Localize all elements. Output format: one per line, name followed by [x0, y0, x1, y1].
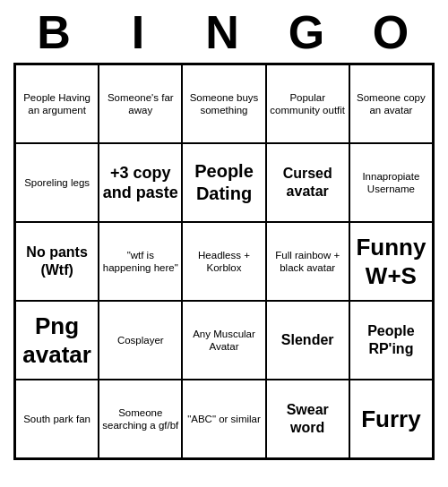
title-b: B [17, 5, 94, 59]
cell-9: Innapropiate Username [349, 143, 433, 222]
cell-14: Funny W+S [349, 222, 433, 301]
cell-12: Headless + Korblox [182, 222, 265, 301]
cell-8: Cursed avatar [266, 143, 349, 222]
title-n: N [185, 5, 263, 59]
cell-17: Any Muscular Avatar [182, 301, 265, 380]
cell-19: People RP'ing [349, 301, 433, 380]
title-o: O [354, 5, 431, 59]
cell-23: Swear word [266, 380, 349, 458]
title-i: I [101, 5, 178, 59]
cell-3: Popular community outfit [266, 64, 349, 143]
cell-22: "ABC" or similar [182, 380, 265, 458]
cell-1: Someone's far away [99, 64, 182, 143]
cell-18: Slender [266, 301, 349, 380]
bingo-grid: People Having an argumentSomeone's far a… [13, 63, 435, 460]
cell-5: Sporeling legs [15, 143, 99, 222]
cell-21: Someone searching a gf/bf [99, 380, 182, 458]
bingo-title: B I N G O [13, 0, 435, 63]
cell-4: Someone copy an avatar [349, 64, 433, 143]
title-g: G [270, 5, 347, 59]
cell-16: Cosplayer [99, 301, 182, 380]
cell-11: "wtf is happening here" [99, 222, 182, 301]
cell-24: Furry [349, 380, 433, 458]
cell-2: Someone buys something [182, 64, 265, 143]
cell-7: People Dating [182, 143, 265, 222]
cell-15: Png avatar [15, 301, 99, 380]
cell-6: +3 copy and paste [99, 143, 182, 222]
cell-20: South park fan [15, 380, 99, 458]
cell-10: No pants (Wtf) [15, 222, 99, 301]
cell-0: People Having an argument [15, 64, 99, 143]
cell-13: Full rainbow + black avatar [266, 222, 349, 301]
